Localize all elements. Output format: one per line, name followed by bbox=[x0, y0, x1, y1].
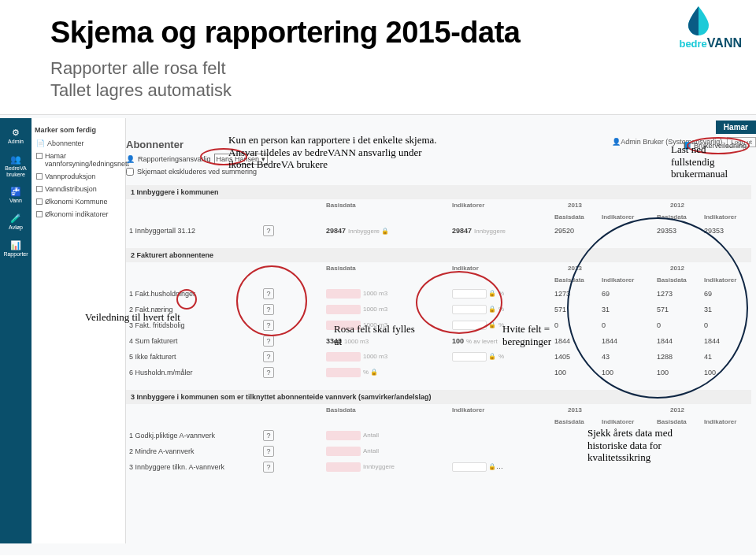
annotation-lastned: Last ned fullstendig brukermanual bbox=[671, 143, 750, 180]
hdr-basis-13: Basisdata bbox=[551, 416, 598, 428]
help-button[interactable]: ? bbox=[263, 351, 274, 362]
help-button[interactable]: ? bbox=[263, 430, 274, 441]
cell-value: 29520 bbox=[551, 224, 598, 237]
tap-icon: 🚰 bbox=[2, 187, 30, 196]
hdr-ind: Indikatorer bbox=[449, 199, 512, 211]
help-button[interactable]: ? bbox=[263, 336, 274, 347]
dark-circle bbox=[567, 217, 748, 399]
slide-title: Skjema og rapportering 2015-data bbox=[50, 16, 520, 50]
hdr-2013: 2013 bbox=[551, 199, 598, 211]
row-label: 3 Innbyggere tilkn. A-vannverk bbox=[126, 461, 260, 473]
sidebar-bedreva-label: BedreVA brukere bbox=[5, 165, 27, 177]
panel-item-abonnenter[interactable]: 📄Abonnenter bbox=[35, 137, 122, 150]
unit-label: 1000 m3 bbox=[363, 353, 387, 360]
annotation-sjekk: Sjekk årets data med historiske data for… bbox=[587, 427, 713, 464]
annotation-top: Kun en person kan rapportere i det enkel… bbox=[228, 134, 449, 171]
hdr-ind-12: Indikatorer bbox=[701, 416, 748, 428]
pink-input[interactable] bbox=[326, 447, 361, 456]
pink-input[interactable] bbox=[326, 368, 361, 377]
app-kommune-badge: Hamar bbox=[716, 121, 756, 134]
hdr-basis: Basisdata bbox=[323, 262, 402, 274]
panel-item-okind[interactable]: Økonomi indikatorer bbox=[35, 208, 122, 221]
help-button[interactable]: ? bbox=[263, 462, 274, 473]
chart-icon: 📊 bbox=[2, 240, 30, 250]
lock-icon: 🔒 bbox=[381, 228, 389, 235]
row-label: 5 Ikke fakturert bbox=[126, 350, 260, 363]
hdr-ind-12: Indikatorer bbox=[701, 211, 748, 223]
help-button[interactable]: ? bbox=[263, 446, 274, 457]
unit-label: Innbyggere bbox=[348, 228, 380, 235]
unit-label: Innbyggere bbox=[363, 463, 395, 470]
help-button[interactable]: ? bbox=[263, 367, 274, 378]
water-drop-icon bbox=[679, 5, 718, 36]
sidebar-item-admin[interactable]: ⚙Admin bbox=[0, 123, 32, 150]
pipe-icon: 🧪 bbox=[2, 213, 30, 223]
panel-item-okonomi[interactable]: Økonomi Kommune bbox=[35, 195, 122, 208]
panel-item-hamar[interactable]: Hamar vannforsyning/ledningsnett bbox=[35, 150, 122, 170]
pink-input[interactable] bbox=[326, 352, 361, 362]
section-3-header: Basisdata Indikatorer 2013 2012 bbox=[126, 404, 751, 416]
panel-hamar-label: Hamar vannforsyning/ledningsnett bbox=[45, 152, 129, 168]
lock-icon: 🔒 bbox=[370, 369, 378, 376]
red-circle bbox=[236, 265, 307, 336]
row-label: 6 Husholdn.m/måler bbox=[126, 366, 260, 379]
unit-label: % av levert bbox=[466, 338, 498, 345]
section-1-bar: 1 Innbyggere i kommunen bbox=[126, 185, 751, 199]
checkbox-icon bbox=[36, 173, 43, 180]
slide-sub-2: Tallet lagres automatisk bbox=[50, 80, 520, 102]
pink-input[interactable] bbox=[326, 289, 361, 299]
brand-bedre: bedre bbox=[679, 38, 706, 50]
sidebar-vann-label: Vann bbox=[9, 198, 22, 203]
gear-icon: ⚙ bbox=[2, 128, 30, 137]
lock-icon: 🔒 bbox=[488, 463, 496, 470]
section-3-subheader: Basisdata Indikatorer Basisdata Indikato… bbox=[126, 416, 751, 428]
panel-okonomi-label: Økonomi Kommune bbox=[45, 198, 108, 206]
sidebar-rapporter-label: Rapporter bbox=[3, 251, 28, 257]
panel-vannprod-label: Vannproduksjon bbox=[45, 172, 95, 180]
panel-item-vannprod[interactable]: Vannproduksjon bbox=[35, 170, 122, 183]
checkbox-icon bbox=[36, 153, 43, 159]
pink-input[interactable] bbox=[326, 462, 361, 472]
annotation-rosa: Rosa felt skal fylles ut bbox=[334, 323, 421, 347]
sidebar-item-vann[interactable]: 🚰Vann bbox=[0, 182, 32, 209]
panel-item-vanndist[interactable]: Vanndistribusjon bbox=[35, 183, 122, 195]
white-field bbox=[452, 352, 487, 362]
hdr-basis: Basisdata bbox=[323, 199, 402, 211]
slide-sub-1: Rapporter alle rosa felt bbox=[50, 57, 520, 80]
sidebar-item-bedreva[interactable]: 👥BedreVA brukere bbox=[0, 150, 32, 182]
unit-label: 1000 m3 bbox=[363, 306, 387, 313]
row-label: 4 Sum fakturert bbox=[126, 335, 260, 347]
unit-label: Innbyggere bbox=[474, 228, 506, 235]
sidebar-item-avlop[interactable]: 🧪Avløp bbox=[0, 209, 32, 235]
unit-label: Antall bbox=[363, 432, 379, 439]
brand-vann: VANN bbox=[707, 36, 742, 50]
white-field bbox=[452, 462, 487, 472]
panel-vanndist-label: Vanndistribusjon bbox=[45, 185, 97, 193]
annotation-veiledning: Veiledning til hvert felt bbox=[85, 311, 195, 324]
sidebar-avlop-label: Avløp bbox=[9, 224, 23, 230]
cell-value: 100 bbox=[452, 337, 464, 345]
checkbox-icon bbox=[36, 198, 43, 205]
hdr-basis-12: Basisdata bbox=[654, 416, 701, 428]
row-label: 1 Innbyggertall 31.12 bbox=[126, 224, 260, 237]
pink-input[interactable] bbox=[326, 305, 361, 314]
pink-input[interactable] bbox=[326, 431, 361, 440]
hdr-ind-13: Indikatorer bbox=[598, 416, 654, 428]
help-button[interactable]: ? bbox=[263, 225, 274, 236]
user-icon: 👤 bbox=[126, 155, 135, 163]
secondary-panel: Marker som ferdig 📄Abonnenter Hamar vann… bbox=[32, 118, 126, 543]
unit-label: 1000 m3 bbox=[363, 290, 387, 297]
checkbox-icon bbox=[36, 186, 43, 192]
sidebar-item-rapporter[interactable]: 📊Rapporter bbox=[0, 235, 32, 262]
brand-logo: bedreVANN bbox=[679, 5, 742, 50]
s1-basis-val: 29847 bbox=[326, 227, 346, 235]
file-icon: 📄 bbox=[36, 139, 45, 147]
section-1-header: Basisdata Indikatorer 2013 2012 bbox=[126, 199, 751, 211]
sidebar-admin-label: Admin bbox=[8, 139, 24, 144]
hdr-basis-13: Basisdata bbox=[551, 211, 598, 223]
unit-label: % bbox=[363, 369, 369, 376]
hdr-2012: 2012 bbox=[654, 199, 701, 211]
unit-label: Antall bbox=[363, 447, 379, 454]
panel-abonnenter-label: Abonnenter bbox=[47, 139, 84, 147]
eksl-checkbox[interactable] bbox=[126, 168, 134, 176]
